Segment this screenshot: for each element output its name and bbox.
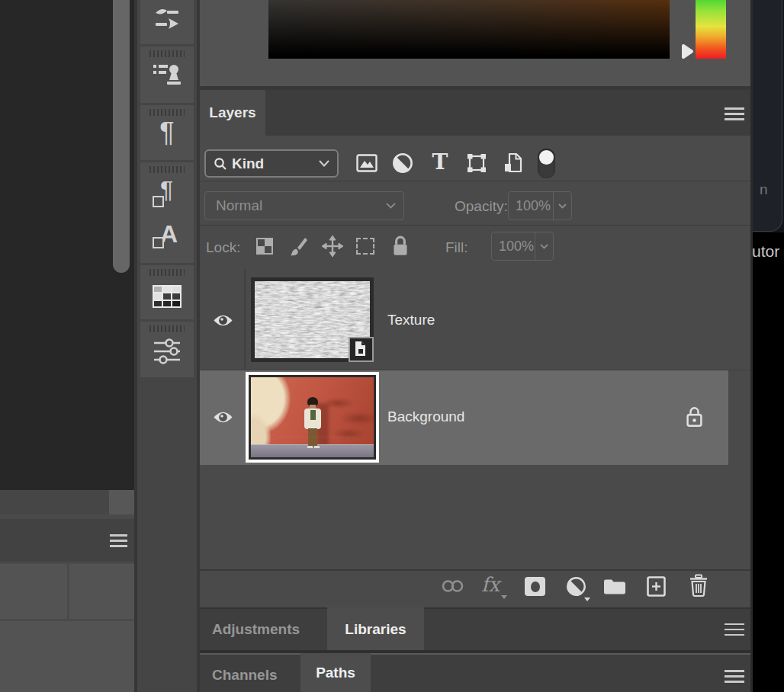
blend-mode-dropdown[interactable]: Normal xyxy=(204,191,404,220)
dock-grip xyxy=(149,269,185,276)
layer-name-texture[interactable]: Texture xyxy=(387,312,435,328)
dock-button-clone-source[interactable] xyxy=(140,46,194,103)
layers-header-bar xyxy=(200,90,750,136)
dock-button-paragraph[interactable]: ¶ xyxy=(140,105,194,160)
layer-name-background[interactable]: Background xyxy=(387,408,464,425)
blend-mode-value: Normal xyxy=(216,197,262,214)
fill-label: Fill: xyxy=(445,239,468,256)
layers-toolbar xyxy=(200,569,750,607)
paragraph-icon: ¶ xyxy=(140,116,194,149)
lock-artboard-icon[interactable] xyxy=(356,238,374,255)
fill-value: 100% xyxy=(499,239,534,255)
smart-object-badge xyxy=(349,337,374,362)
fill-field[interactable]: 100% xyxy=(491,232,554,261)
grid-table-icon xyxy=(153,285,182,308)
tab-libraries[interactable]: Libraries xyxy=(327,607,424,651)
status-band-segment xyxy=(109,490,134,514)
tab-channels[interactable]: Channels xyxy=(212,667,278,684)
field-divider xyxy=(553,192,554,219)
left-panel-cell-a[interactable] xyxy=(0,564,67,619)
opacity-field[interactable]: 100% xyxy=(508,191,572,220)
left-panel-cell-c[interactable] xyxy=(0,621,134,692)
kind-filter-label: Kind xyxy=(232,155,264,172)
layer-thumbnail-background[interactable]: ·························· xyxy=(246,372,379,463)
visibility-eye-icon[interactable] xyxy=(213,313,233,328)
adjustment-caret-icon xyxy=(584,597,590,601)
paragraph-styles-icon: ¶ xyxy=(153,176,183,213)
adjustments-panel-menu-icon[interactable] xyxy=(725,623,744,636)
tab-layers[interactable]: Layers xyxy=(200,90,265,136)
dock-grip xyxy=(149,325,185,332)
toggle-knob xyxy=(539,150,554,165)
tab-paths-label: Paths xyxy=(316,665,355,681)
lock-label: Lock: xyxy=(206,239,240,256)
clipped-text-fragment-top: n xyxy=(760,181,768,198)
kind-filter-dropdown[interactable]: Kind xyxy=(204,149,339,178)
tab-paths[interactable]: Paths xyxy=(300,653,371,692)
dock-divider xyxy=(134,0,137,692)
layer-effects-fx-icon[interactable]: fx xyxy=(481,573,500,596)
new-group-folder-icon[interactable] xyxy=(602,578,627,596)
new-adjustment-layer-icon[interactable] xyxy=(566,576,586,597)
hue-slider-pointer-icon[interactable] xyxy=(681,43,694,59)
filter-type-layers-icon[interactable]: T xyxy=(429,151,451,174)
dock-button-brush-settings[interactable] xyxy=(140,0,194,44)
hue-strip[interactable] xyxy=(696,0,726,59)
filter-shape-layers-icon[interactable] xyxy=(465,152,488,174)
chevron-down-icon xyxy=(386,203,396,209)
lock-position-icon[interactable] xyxy=(322,235,343,257)
dock-button-type-styles[interactable]: ¶ A xyxy=(140,162,194,263)
tab-group-channels-header xyxy=(200,653,750,692)
opacity-label: Opacity: xyxy=(455,198,508,215)
add-layer-mask-icon[interactable] xyxy=(525,577,545,596)
left-panel-cell-b[interactable] xyxy=(69,564,134,619)
lock-transparency-icon[interactable] xyxy=(256,238,273,255)
layers-panel-menu-icon[interactable] xyxy=(725,107,744,120)
chevron-down-icon[interactable] xyxy=(540,244,548,249)
photo-man-red-wall: ·························· xyxy=(251,377,374,457)
layers-tab-label: Layers xyxy=(209,104,255,121)
delete-layer-trash-icon[interactable] xyxy=(689,574,708,597)
lock-image-pixels-icon[interactable] xyxy=(288,235,310,257)
link-layers-icon[interactable] xyxy=(441,578,464,594)
layer-lock-icon[interactable] xyxy=(685,405,704,428)
fx-caret-icon xyxy=(501,595,507,599)
left-panel-menu-icon[interactable] xyxy=(110,534,127,547)
clipped-text-fragment-bottom: utor xyxy=(752,242,779,261)
tab-libraries-label: Libraries xyxy=(345,621,406,638)
dock-grip xyxy=(149,166,185,173)
field-divider xyxy=(535,232,535,260)
paths-panel-menu-icon[interactable] xyxy=(725,670,744,683)
filter-toggle-switch[interactable] xyxy=(538,149,555,178)
filter-adjustment-layers-icon[interactable] xyxy=(392,152,413,174)
chevron-down-icon xyxy=(319,160,329,167)
dock-button-swatch-table[interactable] xyxy=(140,265,194,319)
canvas-scrollbar-thumb[interactable] xyxy=(113,0,130,273)
dock-grip xyxy=(149,109,185,116)
sliders-icon xyxy=(153,338,182,364)
visibility-eye-icon[interactable] xyxy=(213,410,233,424)
clone-source-icon xyxy=(152,62,182,89)
smart-object-page-icon xyxy=(352,340,369,358)
lock-all-icon[interactable] xyxy=(391,235,410,258)
tab-adjustments[interactable]: Adjustments xyxy=(212,621,300,638)
color-field[interactable] xyxy=(268,0,670,59)
filter-smart-objects-icon[interactable] xyxy=(502,152,525,175)
chevron-down-icon[interactable] xyxy=(558,203,567,209)
lock-row xyxy=(200,226,750,270)
dock-grip xyxy=(149,50,185,57)
filter-pixel-layers-icon[interactable] xyxy=(355,152,378,174)
opacity-value: 100% xyxy=(516,198,551,214)
dock-button-properties[interactable] xyxy=(140,322,194,377)
search-icon xyxy=(214,157,227,171)
brush-settings-icon xyxy=(153,6,181,30)
new-layer-icon[interactable] xyxy=(646,575,667,597)
character-styles-icon: A xyxy=(153,220,183,257)
